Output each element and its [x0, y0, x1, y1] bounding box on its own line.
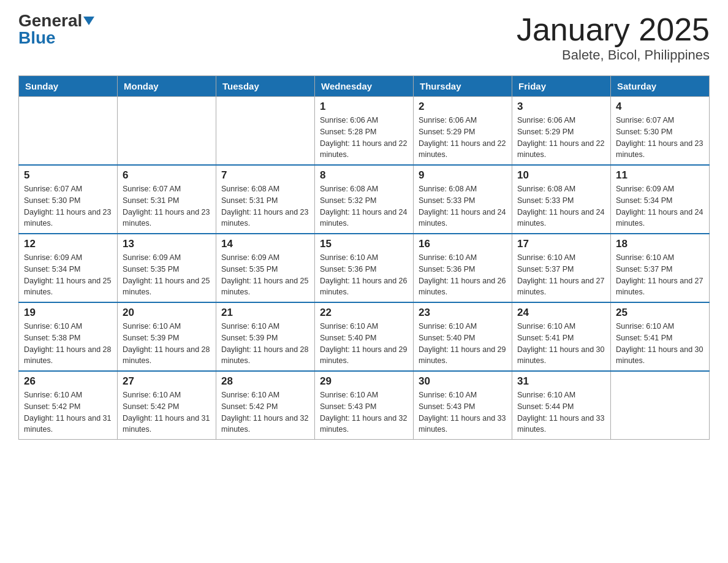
day-info: Sunrise: 6:06 AMSunset: 5:28 PMDaylight:… [320, 115, 408, 161]
header: General Blue January 2025 Balete, Bicol,… [18, 12, 710, 63]
week-row-2: 5Sunrise: 6:07 AMSunset: 5:30 PMDaylight… [19, 165, 710, 234]
day-info: Sunrise: 6:10 AMSunset: 5:39 PMDaylight:… [123, 321, 211, 367]
calendar-subtitle: Balete, Bicol, Philippines [517, 47, 710, 63]
day-info: Sunrise: 6:10 AMSunset: 5:41 PMDaylight:… [616, 321, 704, 367]
day-number: 3 [517, 101, 605, 113]
day-headers-row: SundayMondayTuesdayWednesdayThursdayFrid… [19, 76, 710, 97]
calendar-cell: 3Sunrise: 6:06 AMSunset: 5:29 PMDaylight… [512, 97, 611, 166]
logo-general-text: General [18, 12, 82, 29]
calendar-cell: 23Sunrise: 6:10 AMSunset: 5:40 PMDayligh… [414, 302, 512, 371]
calendar-cell: 18Sunrise: 6:10 AMSunset: 5:37 PMDayligh… [611, 234, 710, 302]
week-row-4: 19Sunrise: 6:10 AMSunset: 5:38 PMDayligh… [19, 302, 710, 371]
day-header-thursday: Thursday [414, 76, 512, 97]
day-number: 28 [221, 375, 309, 388]
day-info: Sunrise: 6:09 AMSunset: 5:34 PMDaylight:… [616, 183, 704, 229]
day-number: 26 [24, 375, 112, 388]
day-info: Sunrise: 6:08 AMSunset: 5:33 PMDaylight:… [419, 183, 507, 229]
day-number: 22 [320, 307, 408, 319]
logo-triangle-icon [83, 17, 94, 25]
day-number: 13 [123, 238, 211, 250]
calendar-cell: 13Sunrise: 6:09 AMSunset: 5:35 PMDayligh… [118, 234, 216, 302]
logo-blue-text: Blue [18, 29, 56, 47]
day-header-wednesday: Wednesday [315, 76, 414, 97]
day-info: Sunrise: 6:07 AMSunset: 5:31 PMDaylight:… [123, 183, 211, 229]
day-info: Sunrise: 6:10 AMSunset: 5:37 PMDaylight:… [616, 252, 704, 298]
day-info: Sunrise: 6:06 AMSunset: 5:29 PMDaylight:… [419, 115, 507, 161]
calendar-cell [19, 97, 118, 166]
calendar-cell: 21Sunrise: 6:10 AMSunset: 5:39 PMDayligh… [216, 302, 315, 371]
calendar-cell: 27Sunrise: 6:10 AMSunset: 5:42 PMDayligh… [118, 371, 216, 440]
day-number: 21 [221, 307, 309, 319]
day-info: Sunrise: 6:10 AMSunset: 5:44 PMDaylight:… [517, 389, 605, 435]
day-info: Sunrise: 6:10 AMSunset: 5:43 PMDaylight:… [320, 389, 408, 435]
day-number: 11 [616, 169, 704, 182]
calendar-cell: 12Sunrise: 6:09 AMSunset: 5:34 PMDayligh… [19, 234, 118, 302]
day-header-monday: Monday [118, 76, 216, 97]
day-number: 19 [24, 307, 112, 319]
day-number: 31 [517, 375, 605, 388]
day-info: Sunrise: 6:08 AMSunset: 5:32 PMDaylight:… [320, 183, 408, 229]
day-info: Sunrise: 6:09 AMSunset: 5:35 PMDaylight:… [221, 252, 309, 298]
day-header-sunday: Sunday [19, 76, 118, 97]
calendar-cell: 29Sunrise: 6:10 AMSunset: 5:43 PMDayligh… [315, 371, 414, 440]
day-number: 29 [320, 375, 408, 388]
day-number: 30 [419, 375, 507, 388]
calendar-cell [611, 371, 710, 440]
calendar-cell: 9Sunrise: 6:08 AMSunset: 5:33 PMDaylight… [414, 165, 512, 234]
day-number: 7 [221, 169, 309, 182]
day-number: 14 [221, 238, 309, 250]
day-info: Sunrise: 6:10 AMSunset: 5:36 PMDaylight:… [419, 252, 507, 298]
calendar-cell: 7Sunrise: 6:08 AMSunset: 5:31 PMDaylight… [216, 165, 315, 234]
day-number: 4 [616, 101, 704, 113]
day-info: Sunrise: 6:10 AMSunset: 5:41 PMDaylight:… [517, 321, 605, 367]
day-info: Sunrise: 6:10 AMSunset: 5:43 PMDaylight:… [419, 389, 507, 435]
day-number: 5 [24, 169, 112, 182]
day-number: 12 [24, 238, 112, 250]
calendar-cell: 19Sunrise: 6:10 AMSunset: 5:38 PMDayligh… [19, 302, 118, 371]
day-info: Sunrise: 6:10 AMSunset: 5:39 PMDaylight:… [221, 321, 309, 367]
calendar-cell: 5Sunrise: 6:07 AMSunset: 5:30 PMDaylight… [19, 165, 118, 234]
week-row-5: 26Sunrise: 6:10 AMSunset: 5:42 PMDayligh… [19, 371, 710, 440]
calendar-cell: 14Sunrise: 6:09 AMSunset: 5:35 PMDayligh… [216, 234, 315, 302]
day-header-tuesday: Tuesday [216, 76, 315, 97]
calendar-cell: 4Sunrise: 6:07 AMSunset: 5:30 PMDaylight… [611, 97, 710, 166]
calendar-cell: 26Sunrise: 6:10 AMSunset: 5:42 PMDayligh… [19, 371, 118, 440]
day-header-saturday: Saturday [611, 76, 710, 97]
day-number: 2 [419, 101, 507, 113]
calendar-cell: 8Sunrise: 6:08 AMSunset: 5:32 PMDaylight… [315, 165, 414, 234]
calendar-cell: 20Sunrise: 6:10 AMSunset: 5:39 PMDayligh… [118, 302, 216, 371]
day-number: 17 [517, 238, 605, 250]
day-info: Sunrise: 6:06 AMSunset: 5:29 PMDaylight:… [517, 115, 605, 161]
day-number: 27 [123, 375, 211, 388]
day-info: Sunrise: 6:10 AMSunset: 5:38 PMDaylight:… [24, 321, 112, 367]
day-info: Sunrise: 6:08 AMSunset: 5:33 PMDaylight:… [517, 183, 605, 229]
calendar-cell: 24Sunrise: 6:10 AMSunset: 5:41 PMDayligh… [512, 302, 611, 371]
day-number: 6 [123, 169, 211, 182]
day-info: Sunrise: 6:10 AMSunset: 5:36 PMDaylight:… [320, 252, 408, 298]
day-number: 8 [320, 169, 408, 182]
day-info: Sunrise: 6:08 AMSunset: 5:31 PMDaylight:… [221, 183, 309, 229]
calendar-cell: 17Sunrise: 6:10 AMSunset: 5:37 PMDayligh… [512, 234, 611, 302]
title-area: January 2025 Balete, Bicol, Philippines [517, 12, 710, 63]
calendar-cell: 28Sunrise: 6:10 AMSunset: 5:42 PMDayligh… [216, 371, 315, 440]
day-number: 25 [616, 307, 704, 319]
calendar-cell: 6Sunrise: 6:07 AMSunset: 5:31 PMDaylight… [118, 165, 216, 234]
calendar-cell [216, 97, 315, 166]
calendar-cell: 11Sunrise: 6:09 AMSunset: 5:34 PMDayligh… [611, 165, 710, 234]
day-number: 10 [517, 169, 605, 182]
day-info: Sunrise: 6:10 AMSunset: 5:42 PMDaylight:… [123, 389, 211, 435]
day-number: 24 [517, 307, 605, 319]
calendar-cell [118, 97, 216, 166]
week-row-1: 1Sunrise: 6:06 AMSunset: 5:28 PMDaylight… [19, 97, 710, 166]
day-info: Sunrise: 6:10 AMSunset: 5:42 PMDaylight:… [24, 389, 112, 435]
calendar-cell: 15Sunrise: 6:10 AMSunset: 5:36 PMDayligh… [315, 234, 414, 302]
calendar-cell: 30Sunrise: 6:10 AMSunset: 5:43 PMDayligh… [414, 371, 512, 440]
calendar-cell: 25Sunrise: 6:10 AMSunset: 5:41 PMDayligh… [611, 302, 710, 371]
day-info: Sunrise: 6:10 AMSunset: 5:40 PMDaylight:… [320, 321, 408, 367]
day-number: 18 [616, 238, 704, 250]
calendar-title: January 2025 [517, 12, 710, 47]
day-info: Sunrise: 6:09 AMSunset: 5:35 PMDaylight:… [123, 252, 211, 298]
day-info: Sunrise: 6:07 AMSunset: 5:30 PMDaylight:… [616, 115, 704, 161]
day-number: 20 [123, 307, 211, 319]
calendar-cell: 16Sunrise: 6:10 AMSunset: 5:36 PMDayligh… [414, 234, 512, 302]
